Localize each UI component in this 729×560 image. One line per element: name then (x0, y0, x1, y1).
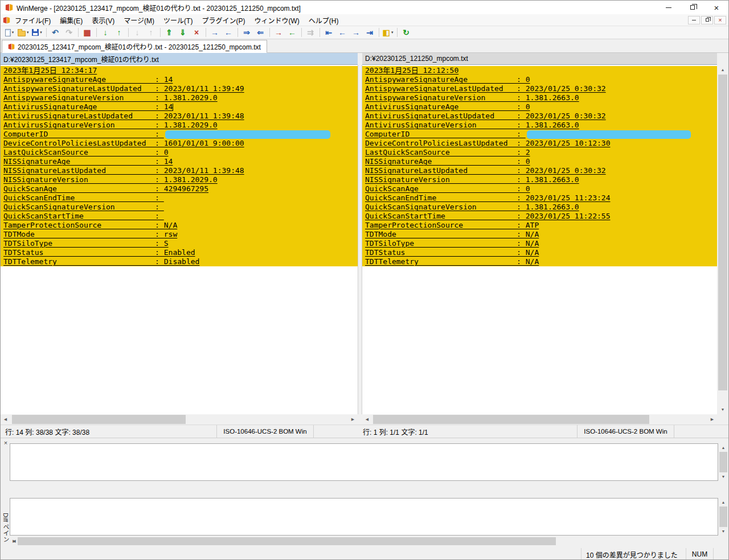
diff-line[interactable]: QuickScanEndTime : 2023/01/25 11:23:24 (362, 193, 717, 203)
diff-line[interactable]: AntispywareSignatureLastUpdated : 2023/0… (362, 84, 717, 93)
diff-line[interactable]: AntispywareSignatureLastUpdated : 2023/0… (1, 84, 358, 93)
mdi-close-button[interactable]: × (714, 16, 726, 24)
scroll-left-icon[interactable]: ◀ (1, 414, 10, 425)
save-button[interactable]: ▾ (31, 27, 44, 39)
current-diff-up-button[interactable]: ↑ (145, 27, 158, 39)
next-file-button[interactable]: → (350, 27, 363, 39)
scroll-up-icon[interactable]: ▲ (719, 443, 728, 452)
diff-pane-left-content[interactable] (10, 443, 718, 481)
new-button[interactable]: ▾ (3, 27, 16, 39)
diff-line[interactable]: TDTSiloType : N/A (362, 239, 717, 248)
copy-all-right-button[interactable]: ⇉ (304, 27, 317, 39)
dropdown-caret-icon[interactable]: ▾ (40, 30, 42, 35)
dropdown-caret-icon[interactable]: ▾ (391, 30, 394, 35)
first-file-button[interactable]: ⇤ (322, 27, 335, 39)
undo-button[interactable]: ↶ (49, 27, 62, 39)
clear-diff-button[interactable]: × (190, 27, 203, 39)
diff-line[interactable]: AntispywareSignatureVersion : 1.381.2029… (1, 93, 358, 102)
first-diff-button[interactable]: ⇑ (163, 27, 176, 39)
left-file-header[interactable]: D:¥20230125_123417_mpcom_検証01の代わり.txt (1, 53, 358, 65)
menu-item[interactable]: ツール(T) (159, 14, 197, 26)
diff-line[interactable]: AntivirusSignatureAge : 0 (362, 102, 717, 112)
diff-line[interactable]: ComputerID : (362, 130, 717, 139)
diff-pane-close-icon[interactable]: × (2, 439, 9, 446)
vertical-scrollbar[interactable]: ▲ ▼ (717, 65, 728, 414)
refresh-button[interactable]: ↻ (400, 27, 413, 39)
diff-line[interactable]: TDTStatus : N/A (362, 248, 717, 257)
copy-left-advance-button[interactable]: ⇐ (254, 27, 267, 39)
document-icon[interactable] (3, 17, 10, 24)
scroll-left-icon[interactable]: ◀ (362, 414, 372, 425)
diff-pane-right-content[interactable] (10, 498, 718, 536)
diff-line[interactable]: QuickScanEndTime : (1, 193, 358, 203)
prev-diff-button[interactable]: ↑ (113, 27, 126, 39)
right-editor-pane[interactable]: 2023年1月25日 12:12:50AntispywareSignatureA… (362, 65, 717, 414)
diff-line[interactable]: AntispywareSignatureAge : 14 (1, 75, 358, 84)
minimize-button[interactable] (657, 1, 681, 14)
last-file-button[interactable]: ⇥ (363, 27, 376, 39)
diff-line[interactable]: AntispywareSignatureAge : 0 (362, 75, 717, 84)
diff-line[interactable]: TDTSiloType : S (1, 239, 358, 248)
diff-line[interactable]: AntivirusSignatureLastUpdated : 2023/01/… (1, 112, 358, 121)
menu-item[interactable]: ファイル(F) (10, 14, 55, 26)
diff-line[interactable]: QuickScanAge : 0 (362, 184, 717, 193)
diff-options-button[interactable]: ◧▾ (382, 27, 395, 39)
close-button[interactable]: × (705, 1, 728, 14)
auto-merge-right-button[interactable]: → (272, 27, 285, 39)
scrollbar-thumb[interactable] (719, 507, 727, 527)
diff-line[interactable]: 2023年1月25日 12:34:17 (1, 66, 358, 75)
diff-line[interactable]: TDTStatus : Enabled (1, 248, 358, 257)
scroll-up-icon[interactable]: ▲ (719, 498, 728, 507)
menu-item[interactable]: ヘルプ(H) (304, 14, 343, 26)
menu-item[interactable]: 編集(E) (55, 14, 87, 26)
diff-line[interactable]: TamperProtectionSource : ATP (362, 221, 717, 230)
diff-line[interactable]: NISSignatureLastUpdated : 2023/01/11 1:3… (1, 166, 358, 175)
copy-right-advance-button[interactable]: ⇒ (240, 27, 253, 39)
diff-pane-right-scrollbar[interactable]: ▲ ▼ (719, 498, 728, 536)
diff-line[interactable]: NISSignatureVersion : 1.381.2029.0 (1, 175, 358, 184)
redo-button[interactable]: ↷ (63, 27, 76, 39)
diff-line[interactable]: TDTTelemetry : Disabled (1, 257, 358, 266)
diff-pane-left-scrollbar[interactable]: ▲ ▼ (719, 443, 728, 481)
last-diff-button[interactable]: ⇓ (177, 27, 190, 39)
diff-line[interactable]: NISSignatureAge : 14 (1, 157, 358, 166)
right-hscrollbar-thumb[interactable] (373, 415, 649, 424)
diff-line[interactable]: TDTMode : rsw (1, 230, 358, 239)
diff-line[interactable]: AntivirusSignatureVersion : 1.381.2029.0 (1, 121, 358, 130)
scroll-up-icon[interactable]: ▲ (717, 65, 728, 75)
left-horizontal-scrollbar[interactable]: ◀ ▶ (1, 414, 358, 425)
prev-file-button[interactable]: ← (336, 27, 349, 39)
diff-line[interactable]: AntispywareSignatureVersion : 1.381.2663… (362, 93, 717, 102)
dropdown-caret-icon[interactable]: ▾ (12, 30, 14, 35)
diff-line[interactable]: LastQuickScanSource : 2 (362, 148, 717, 157)
diff-line[interactable]: ComputerID : (1, 130, 358, 139)
diff-line[interactable]: QuickScanStartTime : (1, 212, 358, 221)
diff-line[interactable]: QuickScanStartTime : 2023/01/25 11:22:55 (362, 212, 717, 221)
menu-item[interactable]: マージ(M) (119, 14, 159, 26)
diff-line[interactable]: DeviceControlPoliciesLastUpdated : 1601/… (1, 139, 358, 148)
mdi-restore-button[interactable] (701, 16, 713, 24)
diff-line[interactable]: QuickScanAge : 4294967295 (1, 184, 358, 193)
right-encoding-indicator[interactable]: ISO-10646-UCS-2 BOM Win (578, 425, 674, 438)
menu-item[interactable]: 表示(V) (87, 14, 119, 26)
right-file-header[interactable]: D:¥20230125_121250_mpcom.txt (362, 53, 717, 65)
scroll-right-icon[interactable]: ▶ (348, 414, 358, 425)
diff-line[interactable]: AntivirusSignatureVersion : 1.381.2663.0 (362, 121, 717, 130)
scrollbar-thumb[interactable] (719, 452, 727, 472)
diff-line[interactable]: DeviceControlPoliciesLastUpdated : 2023/… (362, 139, 717, 148)
diff-line[interactable]: LastQuickScanSource : 0 (1, 148, 358, 157)
select-line-diff-button[interactable]: ▦ (81, 27, 94, 39)
diff-line[interactable]: AntivirusSignatureLastUpdated : 2023/01/… (362, 112, 717, 121)
menu-item[interactable]: ウィンドウ(W) (249, 14, 304, 26)
diff-line[interactable]: NISSignatureLastUpdated : 2023/01/25 0:3… (362, 166, 717, 175)
tab-compare-document[interactable]: 20230125_123417_mpcom_検証01の代わり.txt - 202… (2, 40, 267, 53)
diff-line[interactable]: AntivirusSignatureAge : 14 (1, 102, 358, 112)
current-diff-down-button[interactable]: ↓ (131, 27, 144, 39)
left-hscrollbar-thumb[interactable] (12, 415, 186, 424)
restore-button[interactable] (681, 1, 705, 14)
auto-merge-left-button[interactable]: ← (286, 27, 299, 39)
copy-left-button[interactable]: ← (222, 27, 235, 39)
diff-pane-hscrollbar-thumb[interactable] (18, 537, 556, 545)
diff-line[interactable]: NISSignatureVersion : 1.381.2663.0 (362, 175, 717, 184)
diff-pane-horizontal-scrollbar[interactable]: ◀ ▶ (10, 537, 718, 546)
